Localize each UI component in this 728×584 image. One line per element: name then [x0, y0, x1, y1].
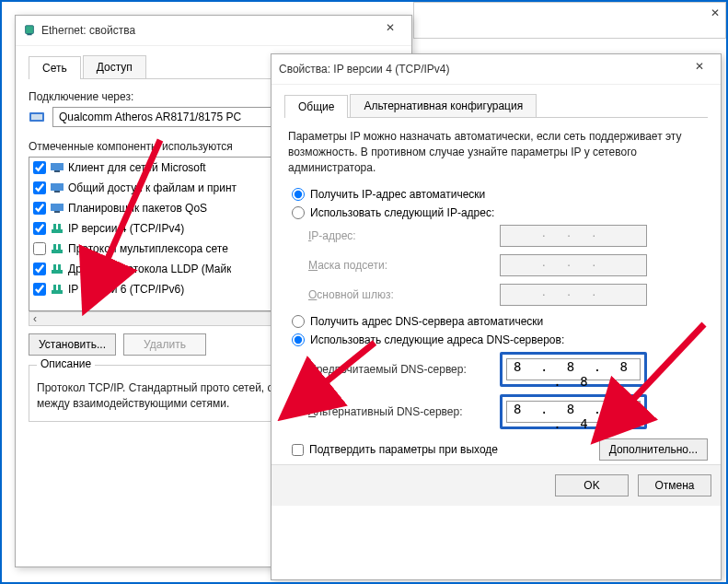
radio-dns-manual[interactable]	[292, 333, 305, 346]
svg-rect-17	[53, 264, 56, 270]
svg-rect-11	[53, 224, 56, 229]
lldp-icon	[50, 263, 64, 275]
radio-ip-manual[interactable]	[292, 206, 305, 219]
radio-ip-auto[interactable]	[292, 188, 305, 201]
svg-rect-21	[58, 285, 61, 290]
preferred-dns-highlight: 8 . 8 . 8 . 8	[500, 352, 647, 387]
remove-button[interactable]: Удалить	[123, 333, 206, 356]
gateway-label: Основной шлюз:	[308, 288, 492, 301]
svg-rect-14	[53, 244, 56, 250]
radio-ip-manual-label: Использовать следующий IP-адрес:	[310, 206, 494, 219]
radio-ip-auto-label: Получить IP-адрес автоматически	[310, 188, 485, 201]
ethernet-icon	[23, 24, 36, 37]
adapter-icon	[29, 109, 45, 125]
list-item-label: Планировщик пакетов QoS	[68, 202, 207, 215]
ipv4-properties-dialog: Свойства: IP версии 4 (TCP/IPv4) ✕ Общие…	[271, 53, 722, 580]
ipv4-titlebar: Свойства: IP версии 4 (TCP/IPv4) ✕	[272, 54, 721, 85]
list-item-label: Клиент для сетей Microsoft	[68, 161, 206, 174]
svg-rect-7	[54, 191, 60, 193]
ipv4-tabs: Общие Альтернативная конфигурация	[284, 94, 708, 118]
svg-rect-5	[54, 170, 60, 172]
svg-rect-10	[52, 229, 63, 233]
svg-rect-12	[58, 224, 61, 229]
svg-rect-16	[52, 270, 63, 274]
ethernet-titlebar: Ethernet: свойства ✕	[16, 16, 411, 46]
svg-rect-6	[51, 183, 64, 191]
background-window: ✕	[413, 2, 726, 39]
radio-dns-auto-label: Получить адрес DNS-сервера автоматически	[310, 315, 543, 328]
list-item-label: IP версии 4 (TCP/IPv4)	[68, 222, 184, 235]
radio-dns-auto[interactable]	[292, 315, 305, 328]
alternate-dns-label: Альтернативный DNS-сервер:	[308, 405, 492, 418]
tab-access[interactable]: Доступ	[83, 55, 146, 78]
subnet-mask-field: . . .	[500, 254, 647, 276]
ok-button[interactable]: OK	[555, 474, 629, 496]
qos-icon	[50, 202, 64, 215]
checkbox[interactable]	[33, 161, 46, 174]
svg-rect-20	[53, 285, 56, 290]
description-title: Описание	[37, 357, 95, 370]
multiplexor-icon	[50, 242, 64, 255]
alternate-dns-highlight: 8 . 8 . 4 . 4	[500, 394, 647, 429]
svg-rect-13	[52, 250, 63, 253]
svg-rect-4	[51, 163, 64, 170]
checkbox[interactable]	[33, 222, 46, 235]
svg-rect-15	[58, 244, 61, 250]
list-item-label: Драйвер протокола LLDP (Майк	[68, 263, 231, 275]
checkbox[interactable]	[33, 263, 46, 275]
checkbox[interactable]	[33, 202, 46, 215]
tab-alternate-config[interactable]: Альтернативная конфигурация	[350, 94, 537, 117]
install-button[interactable]: Установить...	[29, 333, 116, 356]
list-item-label: Общий доступ к файлам и принт	[68, 181, 237, 194]
ip-address-label: IIP-адрес:P-адрес:	[308, 229, 492, 242]
ipv6-icon	[50, 283, 64, 296]
ipv4-icon	[50, 222, 64, 235]
ethernet-title: Ethernet: свойства	[41, 24, 376, 37]
advanced-button[interactable]: Дополнительно...	[599, 438, 708, 461]
gateway-field: . . .	[500, 284, 647, 306]
ipv4-title: Свойства: IP версии 4 (TCP/IPv4)	[279, 63, 686, 76]
subnet-mask-label: Маска подсети:	[308, 259, 492, 272]
ip-address-field: . . .	[500, 225, 647, 247]
close-icon[interactable]: ✕	[376, 21, 404, 40]
checkbox[interactable]	[33, 242, 46, 255]
tab-network[interactable]: Сеть	[29, 56, 81, 79]
svg-rect-3	[31, 114, 42, 120]
close-icon[interactable]: ✕	[711, 6, 720, 19]
ipv4-footer: OK Отмена	[272, 464, 721, 506]
checkbox[interactable]	[33, 181, 46, 194]
list-item-label: IP версии 6 (TCP/IPv6)	[68, 283, 184, 296]
validate-on-exit-checkbox[interactable]	[292, 444, 304, 456]
svg-rect-18	[58, 264, 61, 270]
svg-rect-19	[52, 290, 63, 294]
cancel-button[interactable]: Отмена	[638, 474, 711, 496]
close-icon[interactable]: ✕	[686, 60, 713, 78]
alternate-dns-field[interactable]: 8 . 8 . 4 . 4	[506, 401, 641, 423]
checkbox[interactable]	[33, 283, 46, 296]
preferred-dns-label: Предпочитаемый DNS-сервер:	[308, 363, 492, 376]
file-share-icon	[50, 181, 64, 194]
tab-general[interactable]: Общие	[284, 95, 348, 118]
radio-dns-manual-label: Использовать следующие адреса DNS-сервер…	[310, 333, 564, 346]
network-client-icon	[50, 161, 64, 174]
list-item-label: Протокол мультиплексора сете	[68, 242, 228, 255]
svg-rect-8	[51, 204, 64, 211]
preferred-dns-field[interactable]: 8 . 8 . 8 . 8	[506, 358, 641, 380]
svg-rect-9	[54, 211, 60, 213]
ipv4-help-paragraph: Параметры IP можно назначать автоматичес…	[288, 129, 704, 175]
validate-on-exit-label: Подтвердить параметры при выходе	[309, 443, 498, 456]
svg-rect-0	[26, 26, 34, 34]
svg-rect-1	[27, 34, 31, 36]
